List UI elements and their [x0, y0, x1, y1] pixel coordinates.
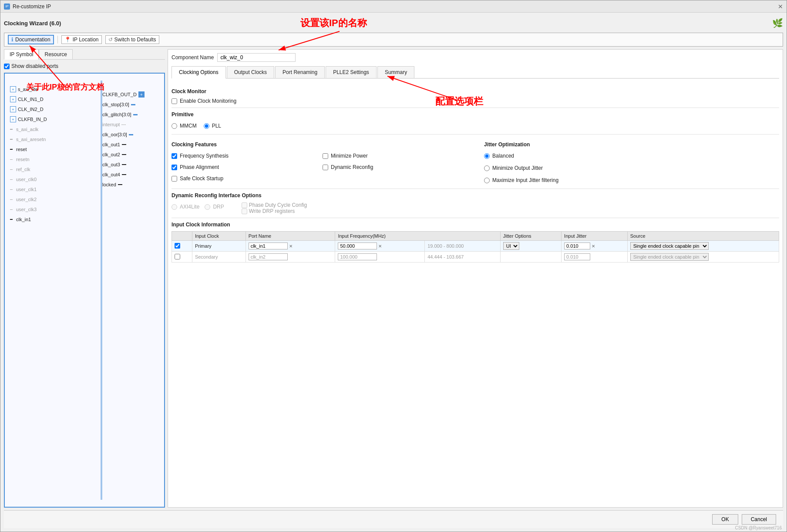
documentation-button[interactable]: ℹ Documentation [8, 35, 54, 44]
ip-location-button[interactable]: 📍 IP Location [61, 35, 102, 44]
minimize-output-jitter-radio-row: Minimize Output Jitter [484, 165, 779, 171]
left-tabs: IP Symbol Resource [4, 49, 165, 60]
connector-btn[interactable]: + [10, 106, 16, 112]
balanced-label: Balanced [492, 153, 514, 159]
secondary-input-jitter-input[interactable] [564, 253, 590, 260]
col-jitter-options: Jitter Options [500, 232, 561, 241]
primitive-section: Primitive MMCM PLL [172, 111, 779, 131]
list-item: ref_clk [10, 165, 101, 174]
secondary-freq-input[interactable] [338, 253, 377, 260]
list-item: s_axi_aresetn [10, 135, 101, 144]
component-name-input[interactable] [217, 53, 296, 62]
mmcm-radio-row: MMCM [172, 123, 197, 129]
dynamic-reconfig-right: Phase Duty Cycle Config Write DRP regist… [242, 202, 779, 214]
list-item: clk_in1 [10, 215, 101, 224]
list-item: CLKFB_OUT_D + [102, 90, 159, 99]
secondary-checkbox[interactable] [175, 254, 180, 259]
list-item: user_clk1 [10, 185, 101, 194]
primary-source-select[interactable]: Single ended clock capable pin [630, 242, 709, 250]
col-input-freq: Input Frequency(MHz) [335, 232, 500, 241]
secondary-port-name-input[interactable] [249, 253, 288, 260]
freq-synthesis-row: Frequency Synthesis [172, 153, 316, 159]
safe-clock-startup-label: Safe Clock Startup [180, 175, 223, 182]
freq-synthesis-checkbox[interactable] [172, 153, 177, 159]
tab-ip-symbol[interactable]: IP Symbol [4, 49, 39, 60]
center-divider [101, 81, 102, 500]
balanced-radio[interactable] [484, 153, 490, 159]
list-item: clk_glitch[3:0] [102, 110, 159, 119]
primary-freq-input[interactable] [338, 242, 377, 249]
list-item: + s_axi_lite [10, 85, 101, 94]
leaf-icon: 🌿 [772, 18, 783, 28]
col-check [172, 232, 192, 241]
tab-clocking-options[interactable]: Clocking Options [172, 66, 226, 79]
safe-clock-startup-checkbox[interactable] [172, 176, 177, 182]
minimize-power-checkbox[interactable] [323, 153, 328, 159]
connector-btn[interactable]: + [10, 86, 16, 92]
list-item: user_clk2 [10, 195, 101, 204]
axi4lite-label: AXI4Lite [180, 204, 199, 210]
show-disabled-checkbox[interactable] [4, 64, 10, 69]
connector-btn[interactable]: + [10, 96, 16, 102]
mmcm-radio[interactable] [172, 123, 177, 129]
col-port-name: Port Name [246, 232, 335, 241]
dynamic-reconfig-left: AXI4Lite DRP [172, 202, 224, 212]
row-input-clock-secondary: Secondary [192, 252, 246, 263]
dynamic-reconfig-label: Dynamic Reconfig [331, 164, 373, 170]
ip-location-label: IP Location [73, 37, 99, 43]
phase-alignment-checkbox[interactable] [172, 165, 177, 170]
axi-drp-row: AXI4Lite DRP [172, 202, 224, 212]
primary-port-clear-btn[interactable]: ✕ [289, 244, 293, 249]
enable-clock-monitoring-label: Enable Clock Monitoring [180, 98, 236, 104]
primary-freq-clear-btn[interactable]: ✕ [378, 244, 382, 249]
primary-port-name-input[interactable] [249, 242, 288, 249]
cancel-button[interactable]: Cancel [742, 514, 776, 525]
dynamic-reconfig-row: Dynamic Reconfig [323, 164, 467, 170]
secondary-source-select[interactable]: Single ended clock capable pin [630, 253, 709, 261]
connector-btn[interactable]: + [10, 116, 16, 122]
refresh-icon: ↺ [108, 37, 113, 43]
primitive-options: MMCM PLL [172, 121, 779, 131]
list-item: reset [10, 145, 101, 154]
jitter-options: Balanced Minimize Output Jitter Maximize… [484, 151, 779, 185]
clock-monitor-title: Clock Monitor [172, 88, 779, 94]
tab-summary[interactable]: Summary [377, 66, 414, 78]
pll-radio[interactable] [204, 123, 209, 129]
primary-checkbox[interactable] [175, 243, 180, 249]
enable-clock-monitoring-checkbox[interactable] [172, 98, 177, 104]
left-signals: + s_axi_lite + CLK_IN1_D [10, 81, 101, 224]
list-item: clk_out2 [102, 150, 159, 159]
pll-label: PLL [212, 123, 221, 129]
row-freq-primary: ✕ [335, 241, 425, 252]
right-panel: Component Name Clocking Options Output C… [168, 49, 783, 508]
right-connector[interactable]: + [138, 91, 145, 98]
doc-icon: ℹ [11, 37, 13, 43]
list-item: user_clk0 [10, 175, 101, 184]
dynamic-reconfig-checkbox[interactable] [323, 165, 328, 170]
col-source: Source [627, 232, 779, 241]
row-input-jitter-primary: ✕ [562, 241, 628, 252]
primary-input-jitter-input[interactable] [564, 242, 590, 249]
list-item: interrupt [102, 120, 159, 129]
ok-button[interactable]: OK [712, 514, 738, 525]
close-button[interactable]: ✕ [778, 3, 783, 10]
tab-output-clocks[interactable]: Output Clocks [227, 66, 274, 78]
primary-jitter-options-select[interactable]: UI [503, 242, 519, 250]
safe-clock-startup-row: Safe Clock Startup [172, 175, 316, 182]
tab-resource[interactable]: Resource [39, 49, 72, 59]
dynamic-reconfig-interface-title: Dynamic Reconfig Interface Options [172, 192, 779, 199]
right-signals: CLKFB_OUT_D + clk_stop[3:0] [102, 81, 159, 189]
primary-jitter-clear-btn[interactable]: ✕ [592, 244, 595, 249]
freq-synthesis-label: Frequency Synthesis [180, 153, 229, 159]
tab-plle2-settings[interactable]: PLLE2 Settings [326, 66, 377, 78]
tab-content: Clock Monitor Enable Clock Monitoring Pr… [172, 81, 779, 504]
maximize-input-jitter-radio[interactable] [484, 178, 490, 183]
switch-defaults-button[interactable]: ↺ Switch to Defaults [105, 35, 159, 44]
jitter-optimization-section: Jitter Optimization Balanced Minimize Ou… [484, 138, 779, 185]
row-input-clock-primary: Primary [192, 241, 246, 252]
minimize-output-jitter-radio[interactable] [484, 165, 490, 171]
tab-port-renaming[interactable]: Port Renaming [275, 66, 325, 78]
row-source-secondary: Single ended clock capable pin [627, 252, 779, 263]
clocking-features-section: Clocking Features Frequency Synthesis Mi… [172, 138, 467, 185]
dynamic-reconfig-section: Dynamic Reconfig Interface Options AXI4L… [172, 192, 779, 214]
